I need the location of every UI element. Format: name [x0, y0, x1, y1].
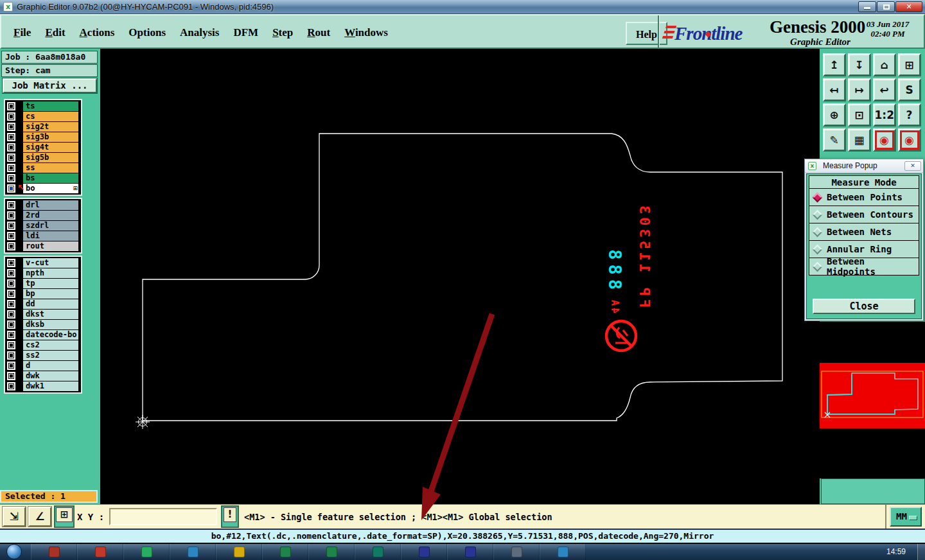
layer-row[interactable]: rout: [6, 241, 80, 251]
layer-visibility-checkbox[interactable]: [7, 351, 15, 360]
minimize-button[interactable]: [858, 1, 876, 12]
layer-visibility-checkbox[interactable]: [7, 153, 15, 162]
layer-visibility-checkbox[interactable]: [7, 211, 15, 220]
layer-row[interactable]: 2rd: [6, 211, 80, 220]
layer-visibility-checkbox[interactable]: [7, 310, 15, 319]
measure-popup-titlebar[interactable]: x Measure Popup ✕: [805, 159, 923, 173]
layer-name-chip[interactable]: drl: [23, 200, 78, 210]
toolbar-button[interactable]: ↧: [848, 53, 871, 76]
layer-name-chip[interactable]: ss ⊞: [23, 163, 78, 173]
menu-item[interactable]: Analysis: [173, 25, 226, 40]
layer-row[interactable]: drl: [6, 200, 80, 210]
menu-item[interactable]: Options: [121, 25, 173, 40]
layer-row[interactable]: d: [6, 361, 80, 371]
measure-mode-option[interactable]: Between Points: [809, 188, 919, 206]
menu-item[interactable]: File: [6, 25, 38, 40]
taskbar-app-button[interactable]: [216, 544, 262, 560]
layer-name-chip[interactable]: bo ⊞: [23, 184, 78, 193]
menu-item[interactable]: DFM: [226, 25, 265, 40]
layer-visibility-checkbox[interactable]: [7, 269, 15, 277]
layer-visibility-checkbox[interactable]: [7, 362, 15, 370]
layer-name-chip[interactable]: sig5b ⊞: [23, 153, 78, 162]
layer-visibility-checkbox[interactable]: [7, 232, 15, 240]
layer-visibility-checkbox[interactable]: [7, 259, 15, 267]
layer-row[interactable]: ↖ sig3b ⊞: [6, 132, 80, 142]
help-menu[interactable]: Help: [626, 22, 667, 45]
alert-button[interactable]: !: [221, 505, 239, 528]
taskbar-app-button[interactable]: [540, 544, 586, 560]
measure-popup-close-button[interactable]: ✕: [904, 161, 921, 171]
menu-item[interactable]: Actions: [73, 25, 122, 40]
layer-visibility-checkbox[interactable]: [7, 222, 15, 230]
layer-name-chip[interactable]: dd: [23, 299, 78, 309]
layer-row[interactable]: npth: [6, 268, 80, 278]
layer-row[interactable]: bp: [6, 289, 80, 299]
maximize-button[interactable]: [877, 1, 895, 12]
layer-row[interactable]: ldi: [6, 231, 80, 241]
toolbar-button[interactable]: ↥: [823, 53, 846, 76]
layer-row[interactable]: szdrl: [6, 221, 80, 231]
layer-name-chip[interactable]: bs ⊞: [23, 173, 78, 183]
layer-visibility-checkbox[interactable]: [7, 300, 15, 308]
layer-visibility-checkbox[interactable]: [7, 279, 15, 288]
taskbar-app-button[interactable]: [447, 544, 493, 560]
layer-visibility-checkbox[interactable]: [7, 174, 15, 182]
layer-visibility-checkbox[interactable]: [7, 112, 15, 121]
layer-visibility-checkbox[interactable]: [7, 331, 15, 339]
measure-close-button[interactable]: Close: [813, 299, 915, 314]
toolbar-button[interactable]: ⌂: [873, 53, 896, 76]
layer-visibility-checkbox[interactable]: [7, 320, 15, 329]
toolbar-button[interactable]: ✎: [823, 128, 846, 152]
toolbar-button[interactable]: ↩: [873, 78, 896, 101]
layer-row[interactable]: dksb: [6, 320, 80, 329]
taskbar-app-button[interactable]: [170, 544, 216, 560]
close-button[interactable]: ✕: [895, 1, 922, 12]
layer-row[interactable]: dwk: [6, 371, 80, 381]
layer-name-chip[interactable]: datecode-bo: [23, 330, 78, 340]
snap-grid-toggle[interactable]: ⊞: [54, 505, 75, 528]
layer-row[interactable]: ↖ ss ⊞: [6, 163, 80, 173]
layer-visibility-checkbox[interactable]: [7, 290, 15, 298]
show-desktop-button[interactable]: [917, 544, 925, 560]
toolbar-button[interactable]: ◉: [898, 128, 921, 152]
layer-name-chip[interactable]: ldi: [23, 231, 78, 241]
layer-row[interactable]: datecode-bo: [6, 330, 80, 340]
toolbar-button[interactable]: ↦: [848, 78, 871, 101]
taskbar-app-button[interactable]: [355, 544, 401, 560]
start-button[interactable]: [6, 544, 22, 559]
layer-name-chip[interactable]: sig4t ⊞: [23, 143, 78, 152]
layer-row[interactable]: ↖ bo ⊞: [6, 184, 80, 193]
toolbar-button[interactable]: ◉: [873, 128, 896, 152]
layer-name-chip[interactable]: cs ⊞: [23, 112, 78, 121]
layer-name-chip[interactable]: sig3b ⊞: [23, 132, 78, 142]
layer-row[interactable]: ↖ sig4t ⊞: [6, 143, 80, 152]
toolbar-button[interactable]: ⊞: [898, 53, 921, 76]
units-selector[interactable]: MM: [890, 507, 922, 527]
layer-name-chip[interactable]: rout: [23, 241, 78, 251]
selected-feature-text[interactable]: 888: [605, 184, 624, 351]
layer-visibility-checkbox[interactable]: [7, 133, 15, 141]
layer-row[interactable]: ↖ cs ⊞: [6, 112, 80, 121]
measure-distance-button[interactable]: ⇲: [3, 507, 26, 527]
layer-row[interactable]: ss2: [6, 351, 80, 360]
measure-mode-option[interactable]: Between Nets: [809, 223, 919, 241]
toolbar-button[interactable]: ▦: [848, 128, 871, 152]
toolbar-button[interactable]: ↤: [823, 78, 846, 101]
layer-name-chip[interactable]: npth: [23, 268, 78, 278]
menu-item[interactable]: Rout: [300, 25, 337, 40]
layer-name-chip[interactable]: v-cut: [23, 258, 78, 268]
menu-item[interactable]: Step: [265, 25, 300, 40]
layer-visibility-checkbox[interactable]: [7, 201, 15, 209]
layer-visibility-checkbox[interactable]: [7, 143, 15, 152]
layer-name-chip[interactable]: ss2: [23, 351, 78, 360]
layer-name-chip[interactable]: dkst: [23, 310, 78, 319]
menu-item[interactable]: Windows: [337, 25, 395, 40]
taskbar-app-button[interactable]: [493, 544, 540, 560]
layer-name-chip[interactable]: bp: [23, 289, 78, 299]
layer-row[interactable]: dd: [6, 299, 80, 309]
layer-row[interactable]: dkst: [6, 310, 80, 319]
job-matrix-button[interactable]: Job Matrix ...: [3, 78, 97, 93]
layer-name-chip[interactable]: d: [23, 361, 78, 371]
layer-visibility-checkbox[interactable]: [7, 242, 15, 250]
layer-visibility-checkbox[interactable]: [7, 382, 15, 390]
